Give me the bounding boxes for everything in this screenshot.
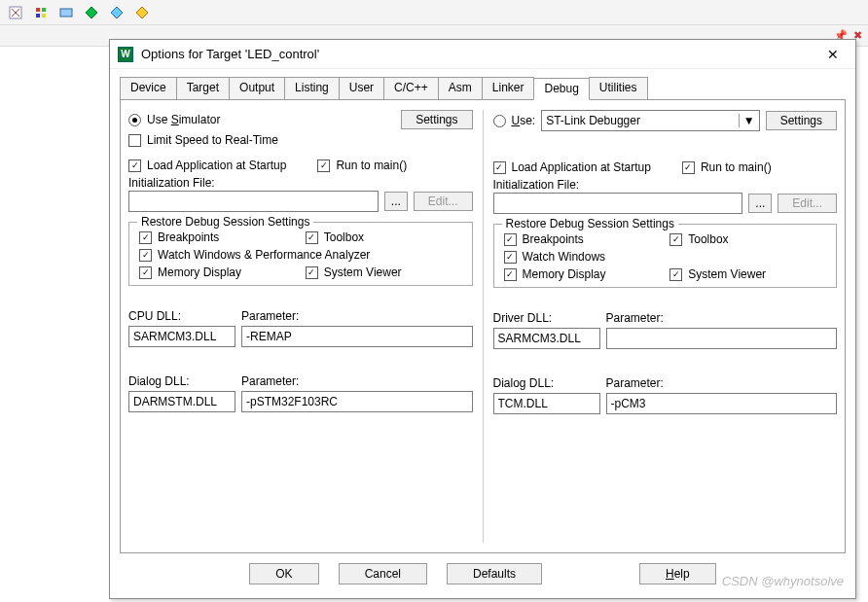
options-dialog: W Options for Target 'LED_control' ✕ Dev… <box>109 39 856 47</box>
tool-icon-2[interactable] <box>33 5 49 20</box>
svg-rect-5 <box>60 9 72 17</box>
app-icon: W <box>118 47 133 48</box>
tool-icon-3[interactable] <box>58 5 74 20</box>
svg-rect-1 <box>36 8 40 12</box>
svg-marker-6 <box>86 7 97 18</box>
tool-icon-5[interactable] <box>109 5 125 20</box>
titlebar: W Options for Target 'LED_control' ✕ <box>110 40 855 47</box>
main-toolbar <box>0 0 868 25</box>
svg-rect-3 <box>36 14 40 18</box>
svg-rect-4 <box>42 14 46 18</box>
tool-icon-6[interactable] <box>134 5 150 20</box>
tool-icon-4[interactable] <box>84 5 99 20</box>
tool-icon-1[interactable] <box>8 5 23 20</box>
svg-rect-2 <box>42 8 46 12</box>
svg-marker-7 <box>111 7 123 18</box>
svg-marker-8 <box>136 7 148 18</box>
close-icon[interactable]: ✕ <box>818 47 848 48</box>
